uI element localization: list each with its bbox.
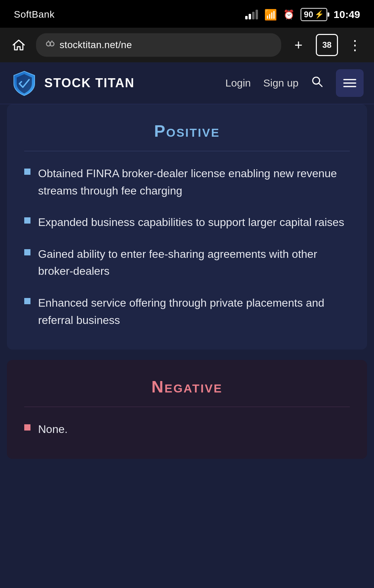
- battery-indicator: 90 ⚡: [301, 8, 328, 21]
- list-item: None.: [24, 421, 350, 438]
- positive-list: Obtained FINRA broker-dealer license ena…: [24, 165, 350, 329]
- address-bar[interactable]: stocktitan.net/ne: [36, 33, 281, 57]
- home-icon: [11, 37, 26, 53]
- battery-level: 90: [304, 10, 313, 19]
- list-item: Obtained FINRA broker-dealer license ena…: [24, 165, 350, 199]
- charging-icon: ⚡: [314, 10, 324, 19]
- lock-icon: [46, 39, 55, 52]
- login-link[interactable]: Login: [225, 77, 251, 89]
- signal-strength-icon: [245, 10, 258, 19]
- list-item: Expanded business capabilities to suppor…: [24, 214, 350, 231]
- site-logo: STOCK TITAN: [10, 69, 217, 97]
- nav-links: Login Sign up: [225, 69, 364, 97]
- bullet-icon: [24, 249, 30, 255]
- negative-item-1: None.: [38, 421, 68, 438]
- tab-count: 38: [322, 40, 332, 50]
- add-tab-button[interactable]: +: [288, 35, 309, 55]
- carrier-text: SoftBank: [14, 9, 55, 20]
- positive-section: Positive Obtained FINRA broker-dealer li…: [7, 104, 367, 350]
- positive-title: Positive: [24, 121, 350, 141]
- list-item: Gained ability to enter fee-sharing agre…: [24, 246, 350, 280]
- positive-item-2: Expanded business capabilities to suppor…: [38, 214, 344, 231]
- status-bar: SoftBank 📶 ⏰ 90 ⚡ 10:49: [0, 0, 374, 28]
- logo-text: STOCK TITAN: [44, 76, 135, 90]
- browser-chrome: stocktitan.net/ne + 38 ⋮: [0, 28, 374, 62]
- more-icon: ⋮: [348, 37, 363, 53]
- positive-item-4: Enhanced service offering through privat…: [38, 295, 350, 329]
- site-navbar: STOCK TITAN Login Sign up: [0, 62, 374, 104]
- menu-button[interactable]: [336, 69, 364, 97]
- positive-item-3: Gained ability to enter fee-sharing agre…: [38, 246, 350, 280]
- wifi-icon: 📶: [264, 9, 277, 21]
- list-item: Enhanced service offering through privat…: [24, 295, 350, 329]
- positive-divider: [24, 151, 350, 151]
- bullet-icon: [24, 298, 30, 304]
- hamburger-icon: [343, 78, 356, 88]
- search-icon[interactable]: [311, 75, 323, 91]
- alarm-icon: ⏰: [283, 9, 294, 20]
- tabs-button[interactable]: 38: [316, 34, 338, 56]
- bullet-icon: [24, 217, 30, 224]
- positive-item-1: Obtained FINRA broker-dealer license ena…: [38, 165, 350, 199]
- add-tab-icon: +: [294, 37, 302, 53]
- negative-divider: [24, 407, 350, 407]
- logo-icon: [10, 69, 38, 97]
- signup-link[interactable]: Sign up: [263, 77, 299, 89]
- main-content: Positive Obtained FINRA broker-dealer li…: [0, 104, 374, 459]
- negative-section: Negative None.: [7, 360, 367, 459]
- browser-toolbar: stocktitan.net/ne + 38 ⋮: [8, 33, 366, 57]
- negative-title: Negative: [24, 377, 350, 396]
- status-right: 📶 ⏰ 90 ⚡ 10:49: [245, 8, 360, 21]
- negative-list: None.: [24, 421, 350, 438]
- url-display: stocktitan.net/ne: [60, 39, 132, 51]
- svg-line-5: [319, 83, 322, 87]
- home-button[interactable]: [8, 35, 29, 55]
- clock: 10:49: [333, 9, 360, 20]
- bullet-icon: [24, 424, 30, 431]
- more-button[interactable]: ⋮: [345, 35, 366, 55]
- bullet-icon: [24, 169, 30, 175]
